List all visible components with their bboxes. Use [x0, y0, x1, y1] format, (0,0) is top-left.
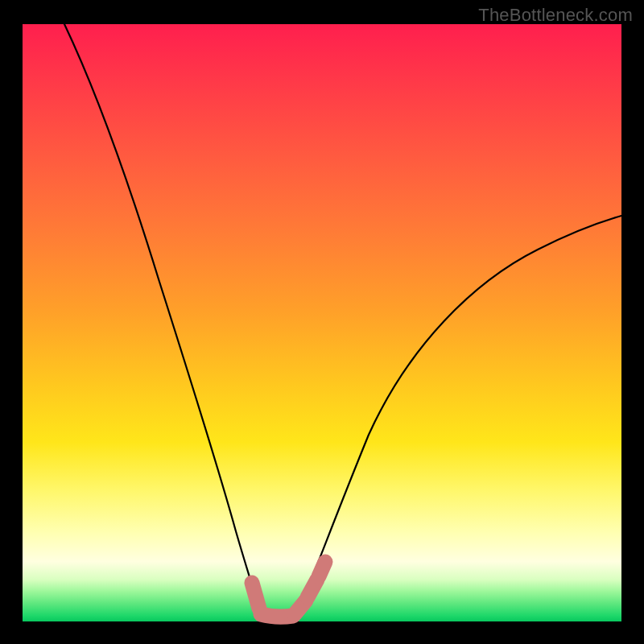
left-curve-path [64, 24, 259, 609]
right-curve-path [301, 216, 621, 604]
chart-stage: TheBottleneck.com [0, 0, 644, 644]
plot-area [23, 24, 621, 621]
watermark-text: TheBottleneck.com [478, 5, 633, 26]
curve-overlay [23, 24, 621, 621]
valley-marker-right-3 [319, 562, 325, 576]
valley-marker-left [252, 583, 259, 609]
